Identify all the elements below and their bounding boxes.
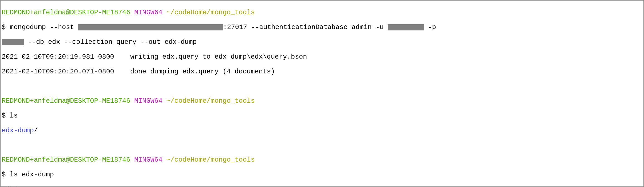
cmd-part-d: --db edx --collection query --out edx-du… <box>24 38 197 46</box>
mingw-label: MINGW64 <box>134 9 162 16</box>
terminal-output[interactable]: REDMOND+anfeldma@DESKTOP-ME18746 MINGW64… <box>2 2 642 187</box>
output-line-2: 2021-02-10T09:20:20.071-0800 done dumpin… <box>2 68 642 75</box>
user-host: REDMOND+anfeldma@DESKTOP-ME18746 <box>2 156 130 164</box>
output-line-1: 2021-02-10T09:20:19.981-0800 writing edx… <box>2 53 642 61</box>
prompt-line-1: REDMOND+anfeldma@DESKTOP-ME18746 MINGW64… <box>2 9 642 16</box>
redacted-pass <box>2 39 24 45</box>
user-host: REDMOND+anfeldma@DESKTOP-ME18746 <box>2 9 130 16</box>
command-line-1-cont: --db edx --collection query --out edx-du… <box>2 39 642 46</box>
cwd-path: ~/codeHome/mongo_tools <box>167 9 255 16</box>
prompt-symbol: $ <box>2 112 6 119</box>
command-line-2: $ ls <box>2 112 642 119</box>
redacted-host <box>78 24 223 30</box>
cmd-ls: ls <box>10 112 18 119</box>
prompt-symbol: $ <box>2 171 6 178</box>
cwd-path: ~/codeHome/mongo_tools <box>167 97 255 105</box>
cwd-path: ~/codeHome/mongo_tools <box>167 156 255 164</box>
mingw-label: MINGW64 <box>134 97 162 105</box>
cmd-part-c: -p <box>424 23 440 31</box>
output-line-3: edx-dump/ <box>2 127 642 134</box>
prompt-line-2: REDMOND+anfeldma@DESKTOP-ME18746 MINGW64… <box>2 97 642 105</box>
cmd-part-a: mongodump --host <box>10 23 78 31</box>
command-line-3: $ ls edx-dump <box>2 171 642 178</box>
output-line-4: edx/ <box>2 186 642 187</box>
blank-line <box>2 83 642 90</box>
blank-line <box>2 142 642 149</box>
redacted-user <box>388 24 424 30</box>
cmd-ls-edxdump: ls edx-dump <box>10 171 54 178</box>
command-line-1: $ mongodump --host :27017 --authenticati… <box>2 24 642 31</box>
dir-name: edx-dump <box>2 127 34 134</box>
dir-slash: / <box>14 186 18 187</box>
cmd-part-b: :27017 --authenticationDatabase admin -u <box>223 23 388 31</box>
prompt-line-3: REDMOND+anfeldma@DESKTOP-ME18746 MINGW64… <box>2 156 642 164</box>
dir-name: edx <box>2 186 14 187</box>
dir-slash: / <box>34 127 38 134</box>
mingw-label: MINGW64 <box>134 156 162 164</box>
prompt-symbol: $ <box>2 23 6 31</box>
user-host: REDMOND+anfeldma@DESKTOP-ME18746 <box>2 97 130 105</box>
